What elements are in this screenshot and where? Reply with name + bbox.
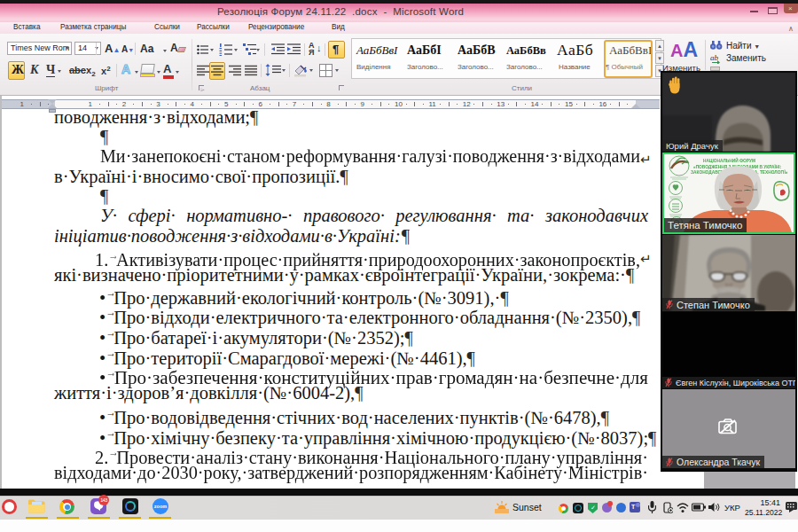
svg-text:НАЦІОНАЛЬНИЙ ФОРУМ: НАЦІОНАЛЬНИЙ ФОРУМ	[703, 157, 755, 163]
